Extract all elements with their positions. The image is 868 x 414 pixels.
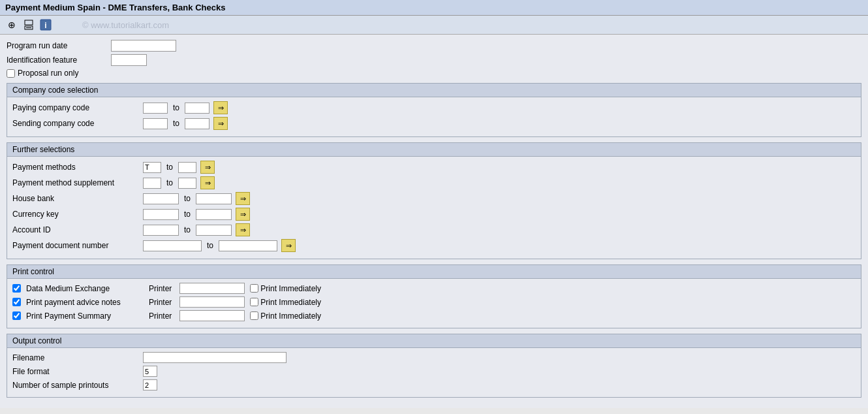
data-medium-exchange-label: Data Medium Exchange — [26, 284, 144, 293]
file-format-input[interactable] — [143, 366, 157, 377]
account-id-arrow[interactable]: ⇒ — [236, 223, 250, 236]
pdn-to-label: to — [207, 241, 213, 250]
payment-method-supplement-from[interactable] — [143, 178, 161, 189]
account-id-from[interactable] — [143, 225, 179, 236]
sending-company-code-to[interactable] — [185, 118, 209, 129]
payment-methods-to[interactable] — [178, 162, 196, 173]
page-title: Payment Medium Spain - DME Transfers, Ba… — [5, 3, 225, 12]
currency-key-arrow[interactable]: ⇒ — [236, 208, 250, 221]
pm-to-label: to — [166, 163, 173, 172]
company-code-section-body: Paying company code to ⇒ Sending company… — [7, 97, 861, 136]
further-selections-section: Further selections Payment methods to ⇒ … — [7, 142, 861, 259]
sending-company-code-arrow[interactable]: ⇒ — [213, 117, 228, 130]
payment-method-supplement-label: Payment method supplement — [12, 178, 143, 187]
sample-printouts-input[interactable] — [143, 379, 157, 390]
output-control-header: Output control — [7, 334, 861, 348]
ck-to-label: to — [184, 210, 191, 219]
paying-company-code-label: Paying company code — [12, 103, 143, 112]
payment-method-supplement-to[interactable] — [178, 178, 196, 189]
currency-key-label: Currency key — [12, 210, 143, 219]
company-code-section: Company code selection Paying company co… — [7, 83, 861, 137]
refresh-icon[interactable]: ⊕ — [5, 18, 18, 31]
main-content: Program run date Identification feature … — [0, 35, 868, 408]
print-payment-advice-row: Print payment advice notes Printer Print… — [12, 296, 856, 308]
dme-printer-input[interactable] — [179, 283, 245, 294]
ppa-print-immediately-label: Print Immediately — [260, 298, 321, 307]
identification-feature-row: Identification feature — [7, 54, 861, 66]
proposal-run-only-row: Proposal run only — [7, 69, 861, 78]
pps-print-immediately-checkbox[interactable] — [250, 311, 258, 320]
currency-key-to[interactable] — [196, 209, 232, 220]
payment-doc-number-from[interactable] — [143, 240, 202, 251]
sample-printouts-row: Number of sample printouts — [12, 379, 856, 390]
currency-key-from[interactable] — [143, 209, 179, 220]
svg-text:i: i — [44, 21, 46, 30]
paying-company-code-to[interactable] — [185, 103, 209, 114]
sending-company-code-from[interactable] — [143, 118, 168, 129]
paying-to-label: to — [173, 103, 179, 112]
ppa-print-immediately-checkbox[interactable] — [250, 298, 258, 306]
house-bank-to[interactable] — [196, 193, 232, 204]
dme-print-immediately: Print Immediately — [250, 284, 321, 293]
dme-printer-label: Printer — [149, 284, 172, 293]
ai-to-label: to — [184, 225, 191, 234]
toolbar: ⊕ i © www.tutorialkart.com — [0, 16, 868, 35]
currency-key-row: Currency key to ⇒ — [12, 208, 856, 221]
pps-printer-label: Printer — [149, 311, 172, 321]
filename-row: Filename — [12, 352, 856, 363]
paying-company-code-arrow[interactable]: ⇒ — [213, 101, 228, 114]
filename-label: Filename — [12, 353, 143, 362]
ppa-printer-label: Printer — [149, 298, 172, 307]
payment-methods-arrow[interactable]: ⇒ — [200, 161, 215, 174]
sending-company-code-row: Sending company code to ⇒ — [12, 117, 856, 130]
dme-print-immediately-checkbox[interactable] — [250, 284, 258, 293]
title-bar: Payment Medium Spain - DME Transfers, Ba… — [0, 0, 868, 16]
info-icon[interactable]: i — [39, 18, 52, 31]
file-format-row: File format — [12, 366, 856, 377]
data-medium-exchange-checkbox[interactable] — [12, 284, 21, 293]
house-bank-from[interactable] — [143, 193, 179, 204]
ppa-printer-input[interactable] — [179, 296, 245, 308]
further-selections-header: Further selections — [7, 143, 861, 157]
print-payment-advice-checkbox[interactable] — [12, 298, 21, 306]
output-control-body: Filename File format Number of sample pr… — [7, 348, 861, 397]
print-payment-summary-checkbox[interactable] — [12, 311, 21, 320]
identification-feature-input[interactable] — [111, 54, 147, 66]
pps-print-immediately: Print Immediately — [250, 311, 321, 321]
print-payment-advice-label: Print payment advice notes — [26, 298, 144, 307]
print-payment-summary-label: Print Payment Summary — [26, 311, 144, 321]
pms-to-label: to — [166, 178, 173, 187]
house-bank-arrow[interactable]: ⇒ — [236, 192, 250, 205]
house-bank-label: House bank — [12, 194, 143, 203]
program-run-date-row: Program run date — [7, 40, 861, 52]
print-icon[interactable] — [22, 18, 35, 31]
svg-rect-2 — [26, 27, 31, 28]
payment-doc-number-arrow[interactable]: ⇒ — [281, 239, 296, 252]
payment-methods-from[interactable] — [143, 162, 161, 173]
payment-doc-number-label: Payment document number — [12, 241, 143, 250]
identification-feature-label: Identification feature — [7, 56, 111, 65]
print-control-body: Data Medium Exchange Printer Print Immed… — [7, 279, 861, 328]
payment-methods-row: Payment methods to ⇒ — [12, 161, 856, 174]
sending-to-label: to — [173, 119, 179, 128]
proposal-run-only-checkbox[interactable] — [7, 69, 15, 78]
further-selections-body: Payment methods to ⇒ Payment method supp… — [7, 157, 861, 259]
print-payment-summary-row: Print Payment Summary Printer Print Imme… — [12, 310, 856, 321]
proposal-run-only-label: Proposal run only — [18, 69, 78, 78]
account-id-row: Account ID to ⇒ — [12, 223, 856, 236]
payment-method-supplement-arrow[interactable]: ⇒ — [200, 176, 215, 189]
filename-input[interactable] — [143, 352, 287, 363]
payment-doc-number-to[interactable] — [219, 240, 277, 251]
account-id-to[interactable] — [196, 225, 232, 236]
paying-company-code-row: Paying company code to ⇒ — [12, 101, 856, 114]
payment-method-supplement-row: Payment method supplement to ⇒ — [12, 176, 856, 189]
file-format-label: File format — [12, 367, 143, 376]
watermark: © www.tutorialkart.com — [82, 20, 169, 30]
payment-methods-label: Payment methods — [12, 163, 143, 172]
print-control-header: Print control — [7, 265, 861, 279]
pps-printer-input[interactable] — [179, 310, 245, 321]
paying-company-code-from[interactable] — [143, 103, 168, 114]
program-run-date-input[interactable] — [111, 40, 176, 52]
ppa-print-immediately: Print Immediately — [250, 298, 321, 307]
dme-print-immediately-label: Print Immediately — [260, 284, 321, 293]
